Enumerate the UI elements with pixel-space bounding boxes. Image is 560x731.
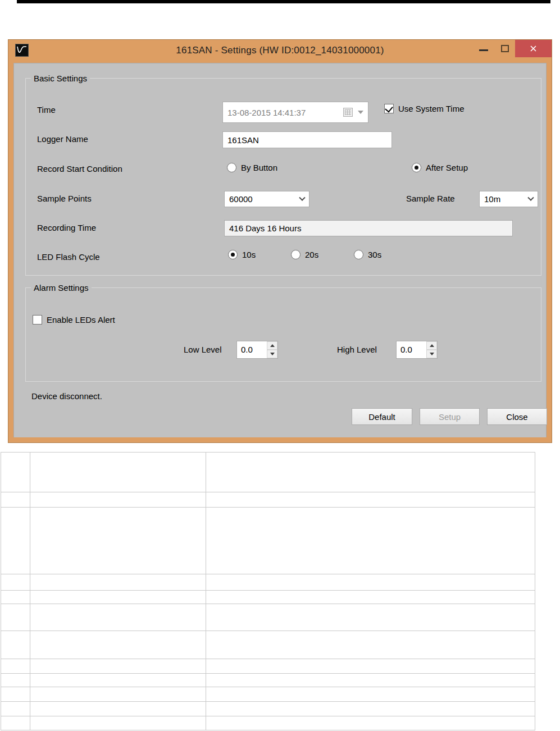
table-cell <box>206 674 535 687</box>
alarm-settings-group: Alarm Settings Enable LEDs Alert Low Lev… <box>25 283 541 382</box>
table-row <box>1 631 535 659</box>
maximize-icon[interactable] <box>501 45 509 52</box>
table-cell <box>206 604 535 631</box>
radio-20s-label: 20s <box>305 250 318 259</box>
table-row <box>1 604 535 631</box>
setup-button[interactable]: Setup <box>420 408 480 425</box>
close-button[interactable]: Close <box>487 408 547 425</box>
spinner-down-icon[interactable] <box>426 350 437 358</box>
radio-icon[interactable] <box>227 163 236 172</box>
table-row <box>1 508 535 574</box>
status-text: Device disconnect. <box>31 391 102 401</box>
default-button[interactable]: Default <box>352 408 412 425</box>
sample-rate-select[interactable]: 10m <box>479 191 538 207</box>
table-cell <box>30 574 206 591</box>
title-bar[interactable]: 161SAN - Settings (HW ID:0012_1403100000… <box>8 40 552 63</box>
table-row <box>1 492 535 508</box>
table-cell <box>206 659 535 674</box>
led-flash-cycle-label: LED Flash Cycle <box>37 252 100 262</box>
table-row <box>1 659 535 674</box>
table-cell <box>206 702 535 716</box>
low-level-label: Low Level <box>184 345 222 354</box>
sample-points-select[interactable]: 60000 <box>224 191 309 207</box>
table-cell <box>30 508 206 574</box>
table-row <box>1 591 535 604</box>
sample-points-label: Sample Points <box>37 194 92 203</box>
low-level-stepper[interactable]: 0.0 <box>236 341 278 359</box>
spinner-down-icon[interactable] <box>267 350 277 358</box>
table-cell <box>1 508 30 574</box>
table-cell <box>1 702 30 716</box>
alarm-settings-legend: Alarm Settings <box>31 283 92 293</box>
window-title: 161SAN - Settings (HW ID:0012_1403100000… <box>8 45 552 56</box>
checkbox-icon[interactable] <box>384 104 394 113</box>
enable-leds-alert-checkbox[interactable]: Enable LEDs Alert <box>33 315 115 325</box>
table-cell <box>206 574 535 591</box>
table-cell <box>30 716 206 730</box>
spinner-up-icon[interactable] <box>267 341 277 350</box>
table-row <box>1 574 535 591</box>
minimize-icon[interactable] <box>479 49 488 51</box>
table-cell <box>1 687 30 702</box>
table-cell <box>1 574 30 591</box>
dialog-client-area: Basic Settings Time 13-08-2015 14:41:37 … <box>13 63 547 437</box>
time-label: Time <box>37 105 56 115</box>
chevron-down-icon <box>527 194 534 200</box>
sample-rate-value: 10m <box>484 194 500 204</box>
recording-time-label: Recording Time <box>37 223 96 232</box>
table-cell <box>30 702 206 716</box>
time-picker[interactable]: 13-08-2015 14:41:37 <box>222 102 368 123</box>
table-cell <box>30 687 206 702</box>
settings-window: 161SAN - Settings (HW ID:0012_1403100000… <box>8 39 552 443</box>
checkbox-icon[interactable] <box>33 315 42 325</box>
radio-icon[interactable] <box>228 250 238 259</box>
radio-icon[interactable] <box>354 250 363 259</box>
document-top-rule <box>17 0 550 3</box>
table-cell <box>1 453 30 492</box>
radio-30s[interactable]: 30s <box>354 250 381 259</box>
table-cell <box>30 492 206 508</box>
use-system-time-label: Use System Time <box>398 104 465 113</box>
table-cell <box>206 687 535 702</box>
high-level-stepper[interactable]: 0.0 <box>396 341 438 359</box>
table-row <box>1 702 535 716</box>
sample-points-value: 60000 <box>229 194 253 204</box>
basic-settings-legend: Basic Settings <box>31 74 90 83</box>
radio-after-setup[interactable]: After Setup <box>412 163 468 172</box>
radio-icon[interactable] <box>412 163 421 172</box>
use-system-time-checkbox[interactable]: Use System Time <box>384 104 465 113</box>
table-cell <box>30 453 206 492</box>
high-level-label: High Level <box>337 345 377 354</box>
radio-after-setup-label: After Setup <box>426 163 468 172</box>
close-icon[interactable] <box>515 40 552 57</box>
table-row <box>1 716 535 730</box>
table-cell <box>206 453 535 492</box>
record-start-condition-label: Record Start Condition <box>37 164 122 173</box>
chevron-down-icon <box>299 194 305 200</box>
radio-icon[interactable] <box>291 250 301 259</box>
dropdown-arrow-icon[interactable] <box>358 111 363 114</box>
logger-name-input[interactable] <box>222 131 392 148</box>
spinner-up-icon[interactable] <box>426 341 437 350</box>
radio-by-button-label: By Button <box>241 163 277 172</box>
table-cell <box>1 716 30 730</box>
table-cell <box>206 631 535 659</box>
radio-by-button[interactable]: By Button <box>227 163 277 172</box>
basic-settings-group: Basic Settings Time 13-08-2015 14:41:37 … <box>25 74 541 276</box>
document-table-body <box>1 453 535 730</box>
table-cell <box>206 492 535 508</box>
table-cell <box>1 631 30 659</box>
radio-30s-label: 30s <box>368 250 381 259</box>
table-cell <box>30 631 206 659</box>
table-row <box>1 453 535 492</box>
radio-10s-label: 10s <box>242 250 256 259</box>
table-row <box>1 687 535 702</box>
radio-10s[interactable]: 10s <box>228 250 256 259</box>
recording-time-value: 416 Days 16 Hours <box>229 223 301 233</box>
table-cell <box>30 674 206 687</box>
table-cell <box>30 659 206 674</box>
high-level-value: 0.0 <box>397 341 426 358</box>
table-cell <box>206 508 535 574</box>
radio-20s[interactable]: 20s <box>291 250 318 259</box>
table-cell <box>1 674 30 687</box>
